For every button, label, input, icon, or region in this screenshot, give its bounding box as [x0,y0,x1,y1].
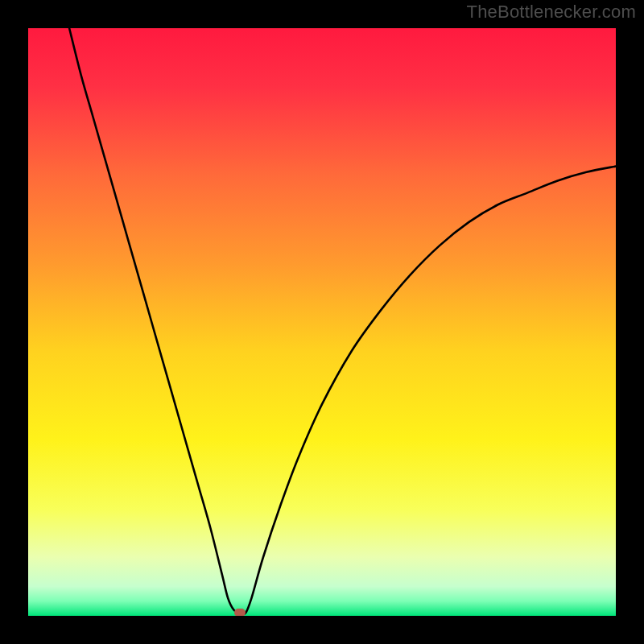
chart-frame: TheBottlenecker.com [0,0,644,644]
optimal-point-marker [234,609,246,616]
bottleneck-curve-path [69,28,616,614]
plot-area [28,28,616,616]
curve-layer [28,28,616,616]
watermark-label: TheBottlenecker.com [467,2,636,23]
